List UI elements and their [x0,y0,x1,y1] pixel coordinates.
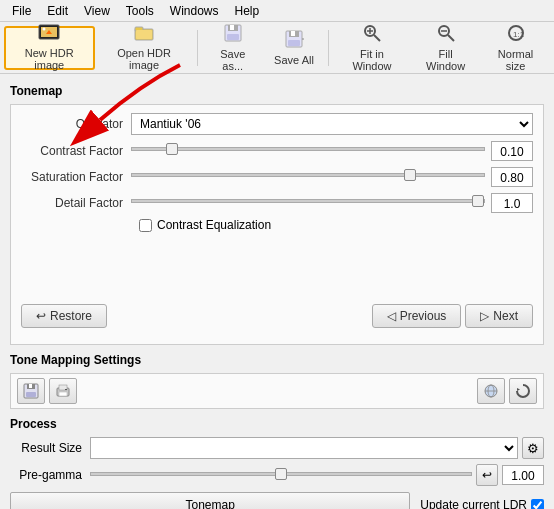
tms-left-buttons [17,378,77,404]
saturation-slider-wrap: 0.80 [131,166,533,187]
pregamma-value: 1.00 [502,465,544,485]
tms-right-buttons [477,378,537,404]
gear-icon: ⚙ [527,441,539,456]
toolbar: New HDR image Open HDR image [0,22,554,74]
detail-slider[interactable] [131,192,485,210]
operator-select[interactable]: Mantiuk '06 Reinhard Drago Fattal [131,113,533,135]
contrast-eq-row: Contrast Equalization [139,218,533,232]
pregamma-row: Pre-gamma ↩ 1.00 [10,464,544,486]
tonemap-spacer [21,236,533,296]
svg-rect-6 [136,30,152,39]
svg-point-3 [43,28,46,31]
operator-row: Operator Mantiuk '06 Reinhard Drago Fatt… [21,113,533,135]
tonemap-btn-row: Tonemap Update current LDR [10,492,544,509]
tms-refresh-button[interactable] [509,378,537,404]
save-as-button[interactable]: Save as... [202,26,263,70]
pregamma-undo-button[interactable]: ↩ [476,464,498,486]
save-all-label: Save All [274,54,314,66]
btn-row: ↩ Restore ◁ Previous ▷ Next [21,304,533,328]
svg-rect-31 [59,392,67,396]
process-section: Process Result Size ⚙ Pre-gamma [10,417,544,509]
result-size-row: Result Size ⚙ [10,437,544,459]
contrast-slider-container [131,140,485,161]
tms-save-button[interactable] [17,378,45,404]
tms-print-button[interactable] [49,378,77,404]
open-hdr-button[interactable]: Open HDR image [97,26,192,70]
pregamma-wrap: ↩ 1.00 [90,464,544,486]
toolbar-sep-1 [197,30,198,66]
process-section-title: Process [10,417,544,431]
tonemap-panel: Operator Mantiuk '06 Reinhard Drago Fatt… [10,104,544,345]
undo-icon: ↩ [482,468,492,482]
tms-globe-button[interactable] [477,378,505,404]
contrast-slider-wrap: 0.10 [131,140,533,161]
result-size-gear-button[interactable]: ⚙ [522,437,544,459]
previous-button[interactable]: ◁ Previous [372,304,462,328]
normal-size-button[interactable]: 1:1 Normal size [481,26,550,70]
contrast-value: 0.10 [491,141,533,161]
result-size-select[interactable] [90,437,518,459]
open-hdr-icon [133,24,155,45]
save-as-icon [223,23,243,46]
detail-value: 1.0 [491,193,533,213]
main-panel: Tonemap Operator Mantiuk '06 Reinhard Dr… [0,74,554,509]
tms-toolbar [17,378,537,404]
svg-rect-9 [230,25,234,30]
contrast-eq-label: Contrast Equalization [157,218,271,232]
pregamma-slider[interactable] [90,465,472,483]
saturation-label: Saturation Factor [21,170,131,184]
save-icon [23,383,39,399]
menu-edit[interactable]: Edit [39,2,76,20]
menubar: File Edit View Tools Windows Help [0,0,554,22]
fit-window-icon [362,23,382,46]
operator-label: Operator [21,117,131,131]
toolbar-sep-2 [328,30,329,66]
fill-window-label: Fill Window [420,48,471,72]
menu-windows[interactable]: Windows [162,2,227,20]
update-ldr-checkbox[interactable] [531,499,544,510]
open-hdr-label: Open HDR image [105,47,184,71]
next-button[interactable]: ▷ Next [465,304,533,328]
result-size-wrap: ⚙ [90,437,544,459]
fill-window-icon [436,23,456,46]
tonemap-button[interactable]: Tonemap [10,492,410,509]
svg-text:1:1: 1:1 [513,30,525,39]
new-hdr-button[interactable]: New HDR image [4,26,95,70]
saturation-row: Saturation Factor 0.80 [21,166,533,187]
save-all-icon [284,29,304,52]
menu-file[interactable]: File [4,2,39,20]
refresh-icon [515,383,531,399]
tms-panel [10,373,544,409]
detail-label: Detail Factor [21,196,131,210]
contrast-label: Contrast Factor [21,144,131,158]
fill-window-button[interactable]: Fill Window [412,26,479,70]
previous-label: Previous [400,309,447,323]
next-label: Next [493,309,518,323]
contrast-eq-checkbox[interactable] [139,219,152,232]
fit-window-label: Fit in Window [342,48,402,72]
svg-rect-14 [288,40,300,46]
restore-button[interactable]: ↩ Restore [21,304,107,328]
normal-size-label: Normal size [489,48,542,72]
save-all-button[interactable]: Save All [265,26,323,70]
print-icon [55,383,71,399]
svg-rect-32 [65,389,67,390]
menu-help[interactable]: Help [227,2,268,20]
svg-line-17 [374,35,380,41]
contrast-slider[interactable] [131,140,485,158]
svg-line-21 [448,35,454,41]
previous-icon: ◁ [387,309,396,323]
svg-rect-28 [26,392,36,397]
tms-section-title: Tone Mapping Settings [10,353,544,367]
svg-rect-27 [29,384,32,388]
normal-size-icon: 1:1 [506,23,526,46]
fit-window-button[interactable]: Fit in Window [334,26,410,70]
tonemap-section-title: Tonemap [10,84,544,98]
nav-btn-group: ◁ Previous ▷ Next [372,304,533,328]
saturation-slider-container [131,166,485,187]
menu-view[interactable]: View [76,2,118,20]
saturation-slider[interactable] [131,166,485,184]
menu-tools[interactable]: Tools [118,2,162,20]
saturation-value: 0.80 [491,167,533,187]
update-ldr-wrap: Update current LDR [420,498,544,509]
